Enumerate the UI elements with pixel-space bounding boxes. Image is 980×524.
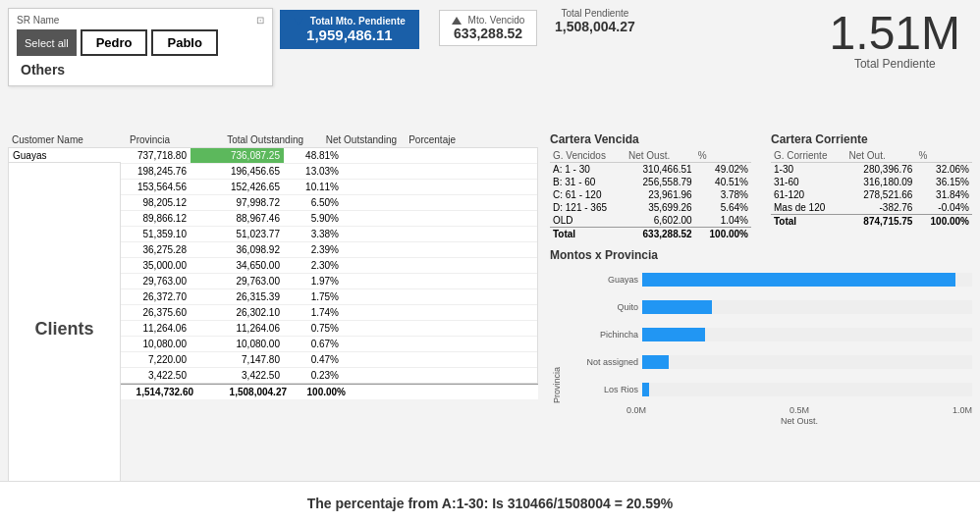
chart-section: Montos x Provincia Provincia Guayas Quit…: [550, 248, 972, 426]
total-pendiente-box: Total Pendiente 1,508,004.27: [555, 8, 635, 34]
cv-label: OLD: [550, 214, 626, 228]
cv-col-net-oust: Net Oust.: [626, 149, 695, 163]
total-pendiente-value: 1,508,004.27: [555, 19, 635, 34]
big-number: 1.51M: [830, 10, 960, 57]
col-header-net-outstanding: Net Outstanding: [307, 132, 401, 147]
cc-pct: 32.06%: [915, 163, 972, 177]
filter-scroll-icon: ⊡: [256, 15, 264, 26]
col-header-total-outstanding: Total Outstanding: [214, 132, 307, 147]
chart-x-axis: 0.0M 0.5M 1.0M: [550, 405, 972, 415]
cell-pct: 3.38%: [284, 227, 343, 241]
bar-container: [642, 355, 972, 369]
cell-pct: 6.50%: [284, 195, 343, 210]
cell-pct: 0.75%: [284, 321, 343, 336]
cc-col-g-corriente: G. Corriente: [771, 149, 846, 163]
cv-label: D: 121 - 365: [550, 201, 626, 214]
cv-total-net: 633,288.52: [626, 228, 695, 241]
cell-pct: 10.11%: [284, 180, 343, 194]
bar-container: [642, 273, 972, 287]
mto-vencido-value: 633,288.52: [452, 26, 525, 41]
bar-fill: [642, 328, 705, 341]
cartera-vencida-row: D: 121 - 36535,699.265.64%: [550, 201, 751, 214]
cartera-corriente-total-row: Total874,715.75100.00%: [771, 215, 972, 229]
cell-net: 88,967.46: [191, 211, 284, 226]
mto-vencido-label: Mto. Vencido: [452, 15, 525, 26]
cell-pct: 5.90%: [284, 211, 343, 226]
table-with-label: Clients Guayas 737,718.80 736,087.25 48.…: [8, 147, 538, 399]
cv-col-g-vencidos: G. Vencidos: [550, 149, 626, 163]
cartera-vencida-row: C: 61 - 12023,961.963.78%: [550, 188, 751, 201]
cartera-vencida-box: Cartera Vencida G. Vencidos Net Oust. % …: [550, 132, 751, 240]
big-kpi-box: 1.51M Total Pendiente: [830, 10, 960, 71]
cell-pct: 0.47%: [284, 352, 343, 367]
cell-net: 97,998.72: [191, 195, 284, 210]
main-container: SR Name ⊡ Select all Pedro Pablo Others …: [0, 0, 980, 524]
bar-row: Not assigned: [570, 355, 972, 369]
cc-col-net-out: Net Out.: [846, 149, 916, 163]
left-table-section: Customer Name Provincia Total Outstandin…: [8, 132, 538, 475]
cartera-vencida-row: B: 31 - 60256,558.7940.51%: [550, 176, 751, 188]
select-all-button[interactable]: Select all: [17, 29, 77, 56]
cartera-corriente-row: 1-30280,396.7632.06%: [771, 163, 972, 177]
chart-main: Guayas Quito Pichincha Not assigned Los …: [562, 266, 972, 403]
cartera-corriente-box: Cartera Corriente G. Corriente Net Out. …: [771, 132, 972, 240]
bar-container: [642, 300, 972, 314]
col-header-porcentaje: Porcentaje: [401, 132, 460, 147]
cc-pct: 36.15%: [915, 176, 972, 188]
cartera-corriente-row: 31-60316,180.0936.15%: [771, 176, 972, 188]
cell-pct: 13.03%: [284, 164, 343, 179]
cell-net: 26,315.39: [191, 289, 284, 304]
chart-y-label: Provincia: [550, 266, 562, 403]
cc-pct: 31.84%: [915, 188, 972, 201]
cc-label: Mas de 120: [771, 201, 846, 215]
bar-fill: [642, 273, 955, 287]
bar-container: [642, 328, 972, 341]
cell-net: 11,264.06: [191, 321, 284, 336]
cartera-vencida-total-row: Total633,288.52100.00%: [550, 228, 751, 241]
x-tick-1: 0.5M: [789, 405, 809, 415]
cartera-corriente-row: Mas de 120-382.76-0.04%: [771, 201, 972, 215]
cc-label: 61-120: [771, 188, 846, 201]
big-label: Total Pendiente: [830, 57, 960, 71]
cartera-corriente-row: 61-120278,521.6631.84%: [771, 188, 972, 201]
cv-net: 35,699.26: [626, 201, 695, 214]
total-net-value: 1,508,004.27: [193, 387, 287, 397]
cell-pct: 2.30%: [284, 258, 343, 273]
cell-net: 736,087.25: [191, 148, 284, 163]
cell-pct: 0.67%: [284, 337, 343, 351]
cv-pct: 49.02%: [695, 163, 751, 177]
chart-area: Provincia Guayas Quito Pichincha Not ass…: [550, 266, 972, 403]
cv-net: 310,466.51: [626, 163, 695, 177]
cartera-corriente-table: G. Corriente Net Out. % 1-30280,396.7632…: [771, 149, 972, 228]
pedro-button[interactable]: Pedro: [81, 29, 148, 56]
total-mto-pendiente-box: Total Mto. Pendiente 1,959,486.11: [280, 10, 419, 49]
x-tick-0: 0.0M: [626, 405, 646, 415]
cv-net: 6,602.00: [626, 214, 695, 228]
cell-provincia: Guayas: [9, 148, 97, 163]
bar-row: Guayas: [570, 273, 972, 287]
col-header-customer: Customer Name: [8, 132, 126, 147]
cv-pct: 1.04%: [695, 214, 751, 228]
cell-pct: 48.81%: [284, 148, 343, 163]
table-column-headers: Customer Name Provincia Total Outstandin…: [8, 132, 538, 147]
cartera-vencida-row: OLD6,602.001.04%: [550, 214, 751, 228]
cv-total-pct: 100.00%: [695, 228, 751, 241]
pablo-button[interactable]: Pablo: [151, 29, 217, 56]
cv-total-label: Total: [550, 228, 626, 241]
cv-label: C: 61 - 120: [550, 188, 626, 201]
cc-label: 31-60: [771, 176, 846, 188]
total-mto-pendiente-value: 1,959,486.11: [294, 26, 406, 43]
bar-container: [642, 383, 972, 396]
mto-vencido-box: Mto. Vencido 633,288.52: [439, 10, 538, 46]
cell-total: 737,718.80: [97, 148, 191, 163]
total-pct-value: 100.00%: [287, 387, 346, 397]
bar-row: Pichincha: [570, 328, 972, 341]
cartera-vencida-title: Cartera Vencida: [550, 132, 751, 146]
total-pendiente-label: Total Pendiente: [555, 8, 635, 19]
filter-buttons: Select all Pedro Pablo: [17, 29, 264, 56]
cell-net: 10,080.00: [191, 337, 284, 351]
cell-pct: 2.39%: [284, 242, 343, 257]
cell-pct: 1.97%: [284, 274, 343, 288]
bar-fill: [642, 355, 669, 369]
bar-fill: [642, 300, 712, 314]
